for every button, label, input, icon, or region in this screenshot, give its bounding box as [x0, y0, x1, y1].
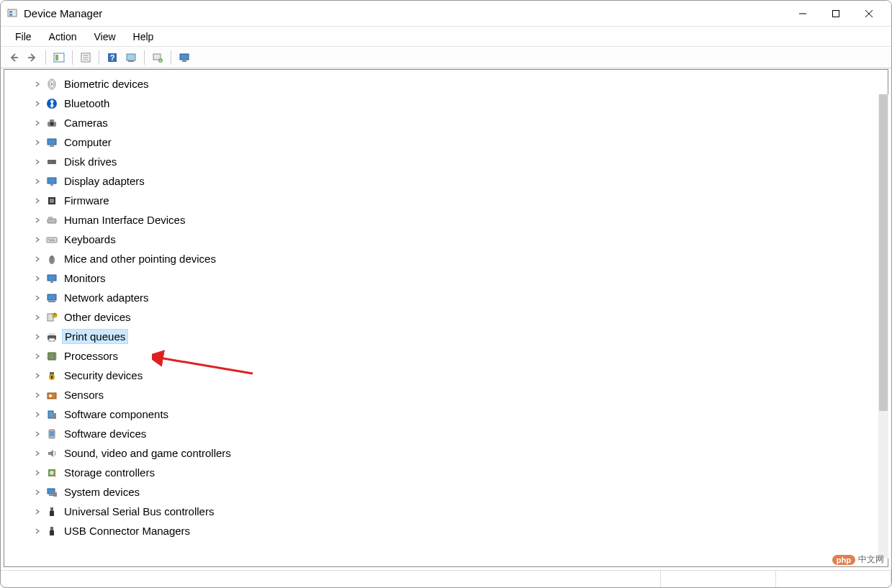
svg-rect-80 [50, 511, 54, 516]
back-button[interactable] [5, 49, 22, 66]
svg-rect-20 [180, 54, 189, 60]
svg-rect-46 [48, 275, 56, 281]
separator [171, 50, 171, 65]
svg-rect-21 [182, 60, 186, 62]
separator [45, 50, 46, 65]
tree-item-label: Other devices [62, 310, 133, 324]
chevron-right-icon[interactable] [33, 371, 42, 380]
tree-item-network[interactable]: Network adapters [4, 288, 888, 307]
show-hide-tree-button[interactable] [50, 49, 68, 66]
chevron-right-icon[interactable] [33, 274, 42, 283]
chevron-right-icon[interactable] [33, 255, 42, 263]
tree-item-camera[interactable]: Cameras [4, 113, 888, 132]
tree-item-printer[interactable]: Print queues [4, 327, 888, 346]
menu-help[interactable]: Help [125, 29, 163, 45]
chevron-right-icon[interactable] [33, 391, 42, 399]
network-icon [45, 291, 59, 305]
tree-item-hid[interactable]: Human Interface Devices [4, 210, 888, 230]
chevron-right-icon[interactable] [33, 80, 42, 89]
chevron-right-icon[interactable] [33, 410, 42, 419]
tree-item-label: Software components [62, 407, 171, 421]
tree-item-mouse[interactable]: Mice and other pointing devices [4, 249, 888, 268]
tree-item-softdev[interactable]: Software devices [4, 424, 888, 443]
tree-item-storage[interactable]: Storage controllers [4, 463, 888, 482]
tree-item-keyboard[interactable]: Keyboards [4, 230, 888, 249]
separator [99, 50, 99, 65]
bluetooth-icon [45, 96, 59, 111]
svg-rect-49 [48, 301, 55, 302]
chevron-right-icon[interactable] [33, 216, 42, 225]
svg-rect-36 [50, 199, 54, 203]
menu-view[interactable]: View [85, 29, 124, 45]
cpu-icon [45, 349, 59, 363]
tree-item-label: Print queues [62, 329, 128, 344]
tree-item-fingerprint[interactable]: Biometric devices [4, 74, 888, 94]
chevron-right-icon[interactable] [33, 449, 42, 458]
menu-action[interactable]: Action [40, 29, 86, 45]
tree-item-firmware[interactable]: Firmware [4, 191, 888, 210]
scrollbar-thumb[interactable] [879, 94, 888, 411]
chevron-right-icon[interactable] [33, 488, 42, 497]
tree-item-label: Universal Serial Bus controllers [62, 505, 216, 518]
tree-item-bluetooth[interactable]: Bluetooth [4, 94, 888, 113]
tree-item-softcomp[interactable]: Software components [4, 404, 888, 424]
chevron-right-icon[interactable] [33, 138, 42, 147]
add-hardware-button[interactable]: + [149, 49, 166, 66]
scan-button[interactable] [122, 49, 140, 66]
svg-rect-82 [50, 530, 54, 535]
close-button[interactable] [852, 1, 886, 27]
tree-item-usbconn[interactable]: USB Connector Managers [4, 521, 888, 540]
tree-item-label: Biometric devices [62, 77, 151, 91]
tree-item-monitor[interactable]: Monitors [4, 268, 888, 288]
computer-icon [45, 135, 59, 150]
tree-item-disk[interactable]: Disk drives [4, 152, 888, 171]
tree-item-cpu[interactable]: Processors [4, 346, 888, 366]
properties-button[interactable] [77, 49, 94, 66]
tree-item-sensors[interactable]: Sensors [4, 385, 888, 404]
svg-rect-58 [50, 354, 54, 358]
status-cell [1, 571, 661, 587]
chevron-right-icon[interactable] [33, 294, 42, 302]
chevron-right-icon[interactable] [33, 158, 42, 166]
maximize-button[interactable] [819, 1, 852, 27]
firmware-icon [45, 194, 59, 208]
help-button[interactable]: ? [104, 49, 121, 66]
minimize-button[interactable] [786, 1, 819, 27]
tree-item-label: Network adapters [62, 291, 151, 304]
menubar: File Action View Help [1, 27, 891, 47]
chevron-right-icon[interactable] [33, 333, 42, 341]
svg-rect-81 [50, 527, 53, 530]
svg-text:?: ? [54, 313, 56, 317]
forward-button[interactable] [24, 49, 41, 66]
chevron-right-icon[interactable] [33, 177, 42, 186]
tree-item-label: Computer [62, 135, 114, 149]
svg-rect-30 [50, 145, 54, 147]
scrollbar[interactable] [878, 94, 888, 558]
menu-file[interactable]: File [6, 29, 40, 45]
chevron-right-icon[interactable] [33, 119, 42, 127]
display-icon [45, 174, 59, 189]
chevron-right-icon[interactable] [33, 196, 42, 205]
sound-icon [45, 446, 59, 461]
system-icon [45, 485, 59, 499]
tree-item-computer[interactable]: Computer [4, 132, 888, 152]
tree-item-label: Storage controllers [62, 466, 157, 479]
chevron-right-icon[interactable] [33, 469, 42, 477]
chevron-right-icon[interactable] [33, 527, 42, 535]
tree-item-usb[interactable]: Universal Serial Bus controllers [4, 502, 888, 521]
tree-item-label: Monitors [62, 271, 108, 285]
chevron-right-icon[interactable] [33, 430, 42, 438]
chevron-right-icon[interactable] [33, 507, 42, 516]
tree-item-security[interactable]: Security devices [4, 366, 888, 385]
svg-rect-8 [55, 55, 58, 60]
tree-item-display[interactable]: Display adapters [4, 171, 888, 191]
storage-icon [45, 466, 59, 480]
chevron-right-icon[interactable] [33, 99, 42, 108]
chevron-right-icon[interactable] [33, 313, 42, 322]
tree-item-other[interactable]: ?Other devices [4, 307, 888, 327]
chevron-right-icon[interactable] [33, 352, 42, 361]
tree-item-sound[interactable]: Sound, video and game controllers [4, 443, 888, 463]
remote-button[interactable] [176, 49, 193, 66]
chevron-right-icon[interactable] [33, 235, 42, 244]
tree-item-system[interactable]: System devices [4, 482, 888, 502]
